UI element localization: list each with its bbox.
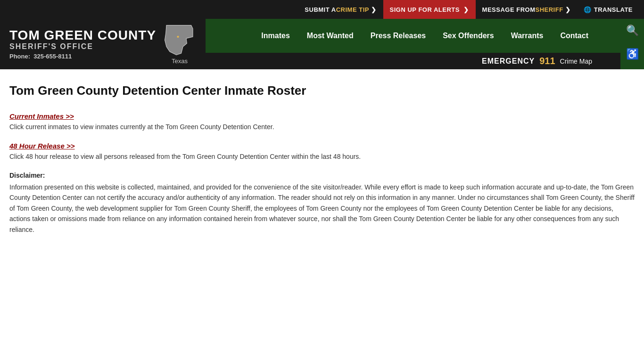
top-bar: SUBMIT A CRIME TIP ❯ SIGN UP FOR ALERTS … xyxy=(0,0,644,19)
phone-value: 325-655-8111 xyxy=(33,53,72,60)
current-inmates-description: Click current inmates to view inmates cu… xyxy=(9,123,635,131)
sheriff-highlight: SHERIFF xyxy=(535,6,563,13)
texas-svg xyxy=(163,24,196,57)
globe-icon: 🌐 xyxy=(584,6,592,13)
translate-label: Translate xyxy=(594,6,633,13)
svg-point-1 xyxy=(177,36,179,38)
alerts-label: SIGN UP FOR ALERTS xyxy=(390,6,460,13)
accessibility-button[interactable]: ♿ xyxy=(620,42,644,66)
org-name-block: TOM GREEN COUNTY SHERIFF'S OFFICE Phone:… xyxy=(9,28,156,60)
48-hour-release-link[interactable]: 48 Hour Release >> xyxy=(9,142,74,150)
search-icon: 🔍 xyxy=(626,25,639,37)
nav-item-sex-offenders[interactable]: Sex Offenders xyxy=(434,19,502,53)
alerts-button[interactable]: SIGN UP FOR ALERTS ❯ xyxy=(383,0,476,19)
nav-item-most-wanted[interactable]: Most Wanted xyxy=(298,19,362,53)
search-button[interactable]: 🔍 xyxy=(620,19,644,42)
org-name: TOM GREEN COUNTY xyxy=(9,28,156,43)
nav-item-warrants[interactable]: Warrants xyxy=(503,19,552,53)
crime-tip-prefix: SUBMIT A xyxy=(305,6,336,13)
site-header: TOM GREEN COUNTY SHERIFF'S OFFICE Phone:… xyxy=(0,19,644,69)
disclaimer-title: Disclaimer: xyxy=(9,172,635,179)
crime-map-link[interactable]: Crime Map xyxy=(560,58,592,65)
nav-item-inmates[interactable]: Inmates xyxy=(253,19,298,53)
phone-label: Phone: xyxy=(9,53,30,60)
logo-area: TOM GREEN COUNTY SHERIFF'S OFFICE Phone:… xyxy=(0,19,206,69)
current-inmates-link[interactable]: Current Inmates >> xyxy=(9,112,74,120)
crime-tip-highlight: CRIME TIP xyxy=(336,6,369,13)
disclaimer-text: Information presented on this website is… xyxy=(9,182,635,235)
accessibility-icon: ♿ xyxy=(626,48,639,60)
header-nav: Inmates Most Wanted Press Releases Sex O… xyxy=(206,19,620,69)
nav-item-press-releases[interactable]: Press Releases xyxy=(362,19,434,53)
texas-map: Texas xyxy=(163,24,196,65)
main-nav: Inmates Most Wanted Press Releases Sex O… xyxy=(206,19,620,53)
nav-item-contact[interactable]: Contact xyxy=(552,19,597,53)
release-description: Click 48 hour release to view all person… xyxy=(9,153,635,160)
org-sub: SHERIFF'S OFFICE xyxy=(9,42,156,51)
alerts-arrow: ❯ xyxy=(463,6,469,13)
crime-tip-button[interactable]: SUBMIT A CRIME TIP ❯ xyxy=(298,0,383,19)
main-content: Tom Green County Detention Center Inmate… xyxy=(0,69,644,254)
header-icon-buttons: 🔍 ♿ xyxy=(620,19,644,69)
page-title: Tom Green County Detention Center Inmate… xyxy=(9,83,635,98)
crime-tip-arrow: ❯ xyxy=(371,6,377,13)
emergency-number: 911 xyxy=(539,56,555,66)
sheriff-arrow: ❯ xyxy=(565,6,571,13)
sheriff-prefix: Message From xyxy=(482,6,536,13)
emergency-label: EMERGENCY xyxy=(482,57,535,66)
phone-number: Phone: 325-655-8111 xyxy=(9,53,156,60)
svg-marker-0 xyxy=(165,25,193,55)
texas-label: Texas xyxy=(172,58,188,65)
translate-button[interactable]: 🌐 Translate xyxy=(577,0,639,19)
secondary-nav: EMERGENCY 911 Crime Map xyxy=(206,53,620,69)
sheriff-message-button[interactable]: Message From SHERIFF ❯ xyxy=(476,0,578,19)
